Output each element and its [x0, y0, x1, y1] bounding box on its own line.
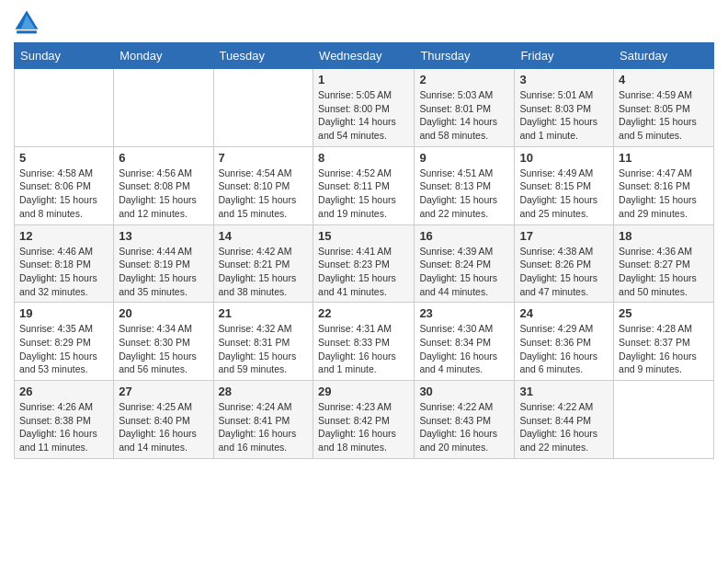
calendar-cell: 16Sunrise: 4:39 AM Sunset: 8:24 PM Dayli… — [415, 224, 515, 303]
calendar-table: SundayMondayTuesdayWednesdayThursdayFrid… — [14, 42, 714, 459]
calendar-cell — [15, 69, 114, 147]
day-info: Sunrise: 4:54 AM Sunset: 8:10 PM Dayligh… — [219, 167, 309, 221]
day-number: 5 — [19, 151, 108, 165]
calendar-cell: 14Sunrise: 4:42 AM Sunset: 8:21 PM Dayli… — [213, 224, 313, 303]
calendar-cell: 24Sunrise: 4:29 AM Sunset: 8:36 PM Dayli… — [515, 303, 614, 381]
day-info: Sunrise: 4:23 AM Sunset: 8:42 PM Dayligh… — [318, 400, 409, 454]
day-info: Sunrise: 5:05 AM Sunset: 8:00 PM Dayligh… — [318, 88, 409, 143]
day-info: Sunrise: 4:36 AM Sunset: 8:27 PM Dayligh… — [619, 245, 709, 299]
day-number: 21 — [219, 306, 309, 320]
day-number: 27 — [119, 385, 208, 398]
calendar-cell: 19Sunrise: 4:35 AM Sunset: 8:29 PM Dayli… — [15, 303, 114, 381]
weekday-header-friday: Friday — [515, 43, 614, 69]
day-number: 1 — [318, 73, 409, 86]
calendar-cell: 29Sunrise: 4:23 AM Sunset: 8:42 PM Dayli… — [313, 381, 415, 459]
calendar-cell — [614, 381, 714, 459]
day-number: 23 — [419, 306, 509, 320]
day-info: Sunrise: 4:30 AM Sunset: 8:34 PM Dayligh… — [419, 322, 509, 376]
day-number: 10 — [519, 151, 609, 165]
day-info: Sunrise: 4:56 AM Sunset: 8:08 PM Dayligh… — [119, 167, 208, 221]
calendar-cell: 30Sunrise: 4:22 AM Sunset: 8:43 PM Dayli… — [415, 381, 515, 459]
day-info: Sunrise: 4:58 AM Sunset: 8:06 PM Dayligh… — [19, 167, 108, 221]
day-number: 20 — [119, 306, 208, 320]
day-number: 18 — [619, 229, 709, 243]
calendar-week-row: 19Sunrise: 4:35 AM Sunset: 8:29 PM Dayli… — [15, 303, 714, 381]
calendar-cell: 9Sunrise: 4:51 AM Sunset: 8:13 PM Daylig… — [415, 146, 515, 224]
calendar-cell: 31Sunrise: 4:22 AM Sunset: 8:44 PM Dayli… — [515, 381, 614, 459]
day-number: 30 — [419, 385, 509, 398]
calendar-cell: 1Sunrise: 5:05 AM Sunset: 8:00 PM Daylig… — [313, 69, 415, 147]
calendar-week-row: 12Sunrise: 4:46 AM Sunset: 8:18 PM Dayli… — [15, 224, 714, 303]
day-number: 11 — [619, 151, 709, 165]
day-number: 17 — [519, 229, 609, 243]
calendar-cell: 26Sunrise: 4:26 AM Sunset: 8:38 PM Dayli… — [15, 381, 114, 459]
day-info: Sunrise: 4:44 AM Sunset: 8:19 PM Dayligh… — [119, 245, 208, 299]
day-info: Sunrise: 4:39 AM Sunset: 8:24 PM Dayligh… — [419, 245, 509, 299]
calendar-cell: 25Sunrise: 4:28 AM Sunset: 8:37 PM Dayli… — [614, 303, 714, 381]
day-number: 31 — [519, 385, 609, 398]
page-header — [14, 9, 714, 35]
calendar-cell — [213, 69, 313, 147]
day-number: 12 — [19, 229, 108, 243]
calendar-cell: 3Sunrise: 5:01 AM Sunset: 8:03 PM Daylig… — [515, 69, 614, 147]
day-number: 19 — [19, 306, 108, 320]
day-number: 24 — [519, 306, 609, 320]
calendar-cell: 15Sunrise: 4:41 AM Sunset: 8:23 PM Dayli… — [313, 224, 415, 303]
day-number: 7 — [219, 151, 309, 165]
day-info: Sunrise: 4:29 AM Sunset: 8:36 PM Dayligh… — [519, 322, 609, 376]
day-info: Sunrise: 4:24 AM Sunset: 8:41 PM Dayligh… — [219, 400, 309, 454]
day-number: 8 — [318, 151, 409, 165]
calendar-cell: 8Sunrise: 4:52 AM Sunset: 8:11 PM Daylig… — [313, 146, 415, 224]
weekday-header-thursday: Thursday — [415, 43, 515, 69]
calendar-cell: 28Sunrise: 4:24 AM Sunset: 8:41 PM Dayli… — [213, 381, 313, 459]
logo — [14, 9, 43, 35]
day-info: Sunrise: 4:22 AM Sunset: 8:44 PM Dayligh… — [519, 400, 609, 454]
day-info: Sunrise: 4:41 AM Sunset: 8:23 PM Dayligh… — [318, 245, 409, 299]
day-info: Sunrise: 4:34 AM Sunset: 8:30 PM Dayligh… — [119, 322, 208, 376]
weekday-header-monday: Monday — [114, 43, 213, 69]
day-number: 9 — [419, 151, 509, 165]
day-info: Sunrise: 5:01 AM Sunset: 8:03 PM Dayligh… — [519, 88, 609, 143]
calendar-cell: 2Sunrise: 5:03 AM Sunset: 8:01 PM Daylig… — [415, 69, 515, 147]
weekday-header-row: SundayMondayTuesdayWednesdayThursdayFrid… — [15, 43, 714, 69]
calendar-cell — [114, 69, 213, 147]
svg-rect-2 — [17, 30, 37, 33]
day-info: Sunrise: 4:52 AM Sunset: 8:11 PM Dayligh… — [318, 167, 409, 221]
day-number: 26 — [19, 385, 108, 398]
day-info: Sunrise: 4:42 AM Sunset: 8:21 PM Dayligh… — [219, 245, 309, 299]
weekday-header-sunday: Sunday — [15, 43, 114, 69]
day-number: 2 — [419, 73, 509, 86]
weekday-header-saturday: Saturday — [614, 43, 714, 69]
day-info: Sunrise: 4:49 AM Sunset: 8:15 PM Dayligh… — [519, 167, 609, 221]
weekday-header-tuesday: Tuesday — [213, 43, 313, 69]
logo-icon — [14, 9, 40, 35]
calendar-cell: 10Sunrise: 4:49 AM Sunset: 8:15 PM Dayli… — [515, 146, 614, 224]
day-number: 15 — [318, 229, 409, 243]
calendar-cell: 27Sunrise: 4:25 AM Sunset: 8:40 PM Dayli… — [114, 381, 213, 459]
calendar-week-row: 26Sunrise: 4:26 AM Sunset: 8:38 PM Dayli… — [15, 381, 714, 459]
day-number: 3 — [519, 73, 609, 86]
day-info: Sunrise: 4:28 AM Sunset: 8:37 PM Dayligh… — [619, 322, 709, 376]
calendar-cell: 5Sunrise: 4:58 AM Sunset: 8:06 PM Daylig… — [15, 146, 114, 224]
day-number: 22 — [318, 306, 409, 320]
day-number: 6 — [119, 151, 208, 165]
calendar-cell: 20Sunrise: 4:34 AM Sunset: 8:30 PM Dayli… — [114, 303, 213, 381]
calendar-cell: 18Sunrise: 4:36 AM Sunset: 8:27 PM Dayli… — [614, 224, 714, 303]
day-info: Sunrise: 4:46 AM Sunset: 8:18 PM Dayligh… — [19, 245, 108, 299]
calendar-week-row: 5Sunrise: 4:58 AM Sunset: 8:06 PM Daylig… — [15, 146, 714, 224]
day-info: Sunrise: 4:26 AM Sunset: 8:38 PM Dayligh… — [19, 400, 108, 454]
day-number: 14 — [219, 229, 309, 243]
calendar-cell: 12Sunrise: 4:46 AM Sunset: 8:18 PM Dayli… — [15, 224, 114, 303]
calendar-week-row: 1Sunrise: 5:05 AM Sunset: 8:00 PM Daylig… — [15, 69, 714, 147]
calendar-cell: 22Sunrise: 4:31 AM Sunset: 8:33 PM Dayli… — [313, 303, 415, 381]
day-number: 16 — [419, 229, 509, 243]
day-number: 25 — [619, 306, 709, 320]
calendar-cell: 11Sunrise: 4:47 AM Sunset: 8:16 PM Dayli… — [614, 146, 714, 224]
calendar-cell: 7Sunrise: 4:54 AM Sunset: 8:10 PM Daylig… — [213, 146, 313, 224]
day-info: Sunrise: 4:31 AM Sunset: 8:33 PM Dayligh… — [318, 322, 409, 376]
day-info: Sunrise: 4:25 AM Sunset: 8:40 PM Dayligh… — [119, 400, 208, 454]
day-number: 13 — [119, 229, 208, 243]
day-number: 4 — [619, 73, 709, 86]
calendar-cell: 13Sunrise: 4:44 AM Sunset: 8:19 PM Dayli… — [114, 224, 213, 303]
day-info: Sunrise: 4:47 AM Sunset: 8:16 PM Dayligh… — [619, 167, 709, 221]
